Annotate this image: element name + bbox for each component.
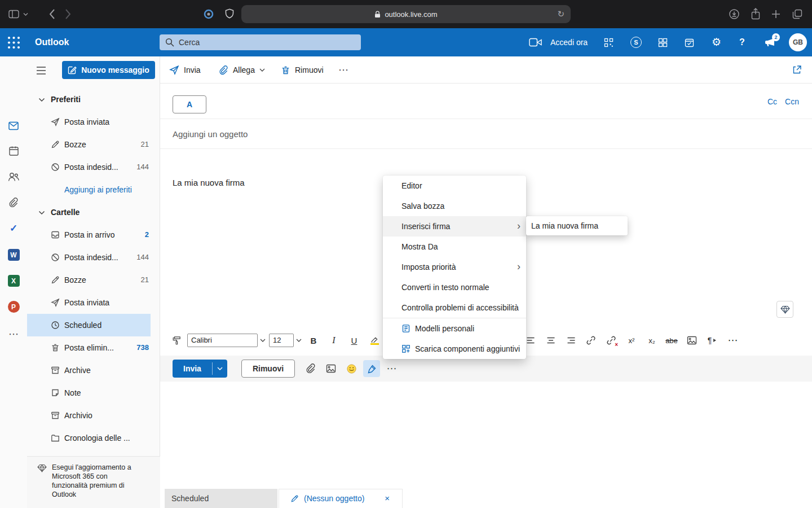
submenu-item-la-mia-nuova-firma[interactable]: La mia nuova firma — [526, 216, 628, 235]
folder-note[interactable]: Note — [27, 382, 160, 404]
menu-item-inserisci-firma[interactable]: Inserisci firma › — [383, 216, 526, 237]
skype-icon[interactable]: S — [630, 37, 642, 48]
help-icon[interactable]: ? — [739, 28, 745, 56]
recipients-row[interactable]: A Cc Ccn — [160, 84, 812, 119]
menu-item-converti-testo-normale[interactable]: Converti in testo normale — [383, 277, 526, 297]
folder-posta-in-arrivo[interactable]: Posta in arrivo 2 — [27, 224, 160, 246]
menu-item-imposta-priorita[interactable]: Imposta priorità › — [383, 257, 526, 277]
discard-bottom-button[interactable]: Rimuovi — [241, 360, 295, 378]
calendar-icon[interactable] — [0, 146, 27, 156]
downloads-icon[interactable] — [729, 9, 739, 19]
signin-button[interactable]: Accedi ora — [550, 28, 588, 56]
emoji-icon[interactable] — [343, 356, 359, 382]
menu-item-salva-bozza[interactable]: Salva bozza — [383, 196, 526, 216]
attachments-icon[interactable] — [0, 198, 27, 208]
add-to-favorites-link[interactable]: Aggiungi ai preferiti — [27, 178, 160, 201]
format-more-icon[interactable]: ⋯ — [726, 330, 740, 351]
subscript-button[interactable]: x₂ — [645, 330, 659, 351]
forward-icon[interactable] — [65, 8, 72, 20]
underline-button[interactable]: U — [347, 330, 361, 351]
word-icon[interactable]: W — [0, 249, 27, 261]
premium-gem-button[interactable] — [776, 301, 793, 318]
insert-link-icon[interactable] — [584, 330, 598, 351]
folder-posta-inviata[interactable]: Posta inviata — [27, 291, 160, 314]
menu-item-scarica-componenti[interactable]: Scarica componenti aggiuntivi — [383, 339, 526, 359]
tab-nessun-oggetto[interactable]: (Nessun oggetto) × — [279, 489, 403, 508]
menu-item-controlla-accessibilita[interactable]: Controlla problemi di accessibilità — [383, 297, 526, 318]
folder-posta-eliminata[interactable]: Posta elimin... 738 — [27, 336, 160, 359]
folder-archive[interactable]: Archive — [27, 359, 160, 382]
folder-scheduled[interactable]: Scheduled — [27, 314, 151, 336]
search-input[interactable]: Cerca — [160, 34, 361, 50]
send-split-button[interactable]: Invia — [173, 360, 227, 378]
menu-item-modelli-personali[interactable]: Modelli personali — [383, 318, 526, 339]
office-apps-icon[interactable] — [658, 38, 668, 47]
bcc-button[interactable]: Ccn — [785, 97, 799, 106]
insert-image-icon[interactable] — [685, 330, 699, 351]
attach-file-icon[interactable] — [303, 356, 319, 382]
cc-button[interactable]: Cc — [767, 97, 777, 106]
meet-now-icon[interactable] — [529, 38, 542, 47]
superscript-button[interactable]: x² — [625, 330, 638, 351]
highlighter-icon[interactable] — [368, 330, 381, 351]
app-launcher-icon[interactable] — [7, 36, 21, 50]
hamburger-menu-icon[interactable] — [36, 67, 46, 75]
sidebar-toggle-icon[interactable] — [8, 10, 19, 19]
format-painter-icon[interactable] — [170, 330, 183, 351]
send-button[interactable]: Invia — [169, 56, 201, 84]
italic-button[interactable]: I — [327, 330, 341, 351]
tab-overview-icon[interactable] — [792, 9, 802, 19]
remove-link-icon[interactable]: × — [604, 330, 618, 351]
menu-item-mostra-da[interactable]: Mostra Da — [383, 237, 526, 257]
privacy-badge-icon[interactable] — [204, 9, 214, 19]
discard-button[interactable]: Rimuovi — [281, 56, 324, 84]
qr-code-icon[interactable] — [604, 38, 614, 47]
align-center-icon[interactable] — [544, 330, 558, 351]
send-row-more-icon[interactable]: ⋯ — [384, 356, 400, 382]
send-options-chevron-icon[interactable] — [213, 360, 227, 378]
settings-gear-icon[interactable]: ⚙ — [712, 28, 721, 56]
reload-icon[interactable]: ↻ — [557, 5, 564, 23]
ink-pen-button[interactable] — [363, 360, 380, 377]
text-direction-icon[interactable]: ¶ — [705, 330, 719, 351]
insert-picture-icon[interactable] — [323, 356, 339, 382]
folder-archivio[interactable]: Archivio — [27, 404, 160, 427]
powerpoint-icon[interactable]: P — [0, 301, 27, 313]
upgrade-banner[interactable]: Esegui l'aggiornamento a Microsoft 365 c… — [27, 456, 160, 508]
new-message-button[interactable]: Nuovo messaggio — [62, 61, 155, 79]
sidebar-toggle-chevron-icon[interactable] — [23, 12, 28, 16]
attach-button[interactable]: Allega — [219, 56, 265, 84]
share-icon[interactable] — [751, 8, 760, 20]
font-size-chevron-icon[interactable] — [296, 339, 302, 342]
folder-cronologia[interactable]: Cronologia delle ... — [27, 427, 160, 449]
favorite-posta-inviata[interactable]: Posta inviata — [27, 111, 160, 133]
excel-icon[interactable]: X — [0, 275, 27, 287]
bold-button[interactable]: B — [307, 330, 320, 351]
group-cartelle[interactable]: Cartelle — [27, 201, 160, 224]
shield-icon[interactable] — [225, 8, 234, 19]
font-name-chevron-icon[interactable] — [260, 339, 266, 342]
address-bar[interactable]: outlook.live.com ↻ — [241, 5, 571, 23]
align-right-icon[interactable] — [564, 330, 578, 351]
popout-icon[interactable] — [792, 56, 802, 84]
folder-bozze[interactable]: Bozze 21 — [27, 269, 160, 291]
menu-item-editor[interactable]: Editor — [383, 176, 526, 196]
tab-scheduled[interactable]: Scheduled — [165, 489, 277, 508]
favorite-posta-indesiderata[interactable]: Posta indesid... 144 — [27, 156, 160, 178]
favorite-bozze[interactable]: Bozze 21 — [27, 133, 160, 156]
font-name-select[interactable]: Calibri — [187, 334, 258, 347]
avatar[interactable]: GB — [789, 33, 807, 51]
group-preferiti[interactable]: Preferiti — [27, 88, 160, 111]
mail-icon[interactable] — [0, 120, 27, 132]
folder-posta-indesiderata[interactable]: Posta indesid... 144 — [27, 246, 160, 269]
calendar-check-icon[interactable] — [685, 38, 694, 47]
close-tab-icon[interactable]: × — [385, 489, 390, 507]
people-icon[interactable] — [0, 172, 27, 182]
subject-row[interactable]: Aggiungi un oggetto — [160, 119, 812, 149]
new-tab-icon[interactable] — [771, 9, 781, 19]
todo-icon[interactable]: ✓ — [0, 222, 27, 234]
back-icon[interactable] — [48, 8, 55, 20]
to-button[interactable]: A — [173, 95, 206, 113]
more-commands-icon[interactable]: ⋯ — [338, 56, 349, 84]
strikethrough-button[interactable]: abe — [665, 330, 678, 351]
